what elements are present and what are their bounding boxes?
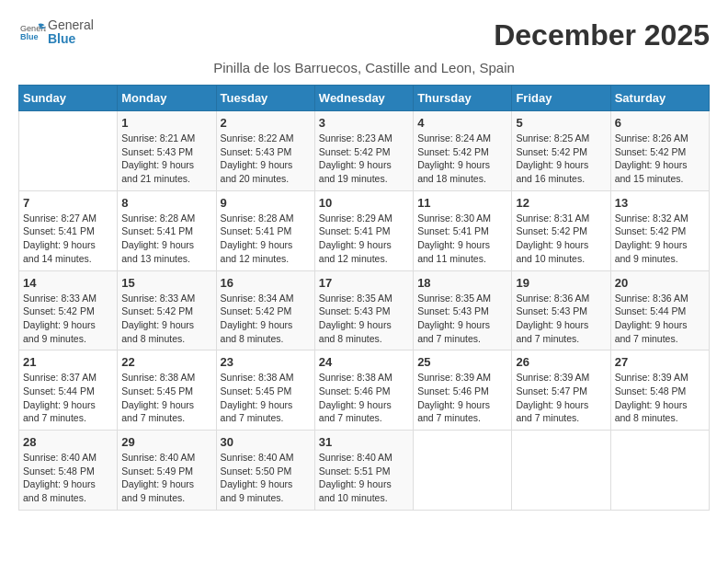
day-number: 10 <box>319 196 409 210</box>
day-number: 22 <box>121 355 211 369</box>
calendar-cell: 6 Sunrise: 8:26 AMSunset: 5:42 PMDayligh… <box>610 111 709 191</box>
day-number: 31 <box>319 435 409 449</box>
day-info: Sunrise: 8:35 AMSunset: 5:43 PMDaylight:… <box>417 292 507 346</box>
col-wednesday: Wednesday <box>314 86 413 111</box>
page-title: December 2025 <box>494 18 710 52</box>
day-info: Sunrise: 8:28 AMSunset: 5:41 PMDaylight:… <box>121 212 211 266</box>
day-info: Sunrise: 8:38 AMSunset: 5:45 PMDaylight:… <box>221 371 311 425</box>
calendar-cell: 16 Sunrise: 8:34 AMSunset: 5:42 PMDaylig… <box>216 270 314 350</box>
calendar-cell: 31 Sunrise: 8:40 AMSunset: 5:51 PMDaylig… <box>314 431 413 511</box>
day-info: Sunrise: 8:40 AMSunset: 5:49 PMDaylight:… <box>121 451 211 505</box>
calendar-cell: 18 Sunrise: 8:35 AMSunset: 5:43 PMDaylig… <box>414 270 512 350</box>
day-info: Sunrise: 8:37 AMSunset: 5:44 PMDaylight:… <box>23 371 113 425</box>
logo: General Blue General Blue <box>18 18 94 47</box>
day-info: Sunrise: 8:28 AMSunset: 5:41 PMDaylight:… <box>221 212 311 266</box>
page-container: General Blue General Blue December 2025 … <box>18 18 710 511</box>
calendar-cell: 5 Sunrise: 8:25 AMSunset: 5:42 PMDayligh… <box>512 111 610 191</box>
day-number: 9 <box>221 196 311 210</box>
day-info: Sunrise: 8:27 AMSunset: 5:41 PMDaylight:… <box>23 212 113 266</box>
day-info: Sunrise: 8:39 AMSunset: 5:46 PMDaylight:… <box>417 371 507 425</box>
day-info: Sunrise: 8:39 AMSunset: 5:48 PMDaylight:… <box>615 371 705 425</box>
day-number: 14 <box>23 276 113 290</box>
calendar-cell: 14 Sunrise: 8:33 AMSunset: 5:42 PMDaylig… <box>19 270 118 350</box>
day-info: Sunrise: 8:24 AMSunset: 5:42 PMDaylight:… <box>417 132 507 186</box>
calendar-cell: 15 Sunrise: 8:33 AMSunset: 5:42 PMDaylig… <box>118 270 216 350</box>
day-info: Sunrise: 8:29 AMSunset: 5:41 PMDaylight:… <box>319 212 409 266</box>
day-number: 16 <box>221 276 311 290</box>
col-friday: Friday <box>512 86 610 111</box>
day-info: Sunrise: 8:26 AMSunset: 5:42 PMDaylight:… <box>615 132 705 186</box>
col-monday: Monday <box>118 86 216 111</box>
calendar-cell: 24 Sunrise: 8:38 AMSunset: 5:46 PMDaylig… <box>314 350 413 431</box>
day-info: Sunrise: 8:40 AMSunset: 5:50 PMDaylight:… <box>221 451 311 505</box>
calendar-cell: 7 Sunrise: 8:27 AMSunset: 5:41 PMDayligh… <box>19 190 118 270</box>
day-number: 3 <box>319 116 409 130</box>
calendar-cell: 11 Sunrise: 8:30 AMSunset: 5:41 PMDaylig… <box>414 190 512 270</box>
calendar-cell: 29 Sunrise: 8:40 AMSunset: 5:49 PMDaylig… <box>118 431 216 511</box>
day-number: 27 <box>615 355 705 369</box>
calendar-cell: 13 Sunrise: 8:32 AMSunset: 5:42 PMDaylig… <box>610 190 709 270</box>
calendar-cell <box>414 431 512 511</box>
calendar-cell: 26 Sunrise: 8:39 AMSunset: 5:47 PMDaylig… <box>512 350 610 431</box>
calendar-cell: 21 Sunrise: 8:37 AMSunset: 5:44 PMDaylig… <box>19 350 118 431</box>
calendar-cell: 23 Sunrise: 8:38 AMSunset: 5:45 PMDaylig… <box>216 350 314 431</box>
calendar-cell: 9 Sunrise: 8:28 AMSunset: 5:41 PMDayligh… <box>216 190 314 270</box>
day-number: 7 <box>23 196 113 210</box>
calendar-cell <box>512 431 610 511</box>
day-number: 4 <box>417 116 507 130</box>
calendar-cell: 17 Sunrise: 8:35 AMSunset: 5:43 PMDaylig… <box>314 270 413 350</box>
calendar-cell: 19 Sunrise: 8:36 AMSunset: 5:43 PMDaylig… <box>512 270 610 350</box>
day-number: 23 <box>221 355 311 369</box>
header: General Blue General Blue December 2025 <box>18 18 710 52</box>
day-info: Sunrise: 8:33 AMSunset: 5:42 PMDaylight:… <box>23 292 113 346</box>
calendar-cell: 4 Sunrise: 8:24 AMSunset: 5:42 PMDayligh… <box>414 111 512 191</box>
calendar-cell: 10 Sunrise: 8:29 AMSunset: 5:41 PMDaylig… <box>314 190 413 270</box>
calendar-cell: 20 Sunrise: 8:36 AMSunset: 5:44 PMDaylig… <box>610 270 709 350</box>
day-info: Sunrise: 8:35 AMSunset: 5:43 PMDaylight:… <box>319 292 409 346</box>
calendar-cell: 12 Sunrise: 8:31 AMSunset: 5:42 PMDaylig… <box>512 190 610 270</box>
day-info: Sunrise: 8:23 AMSunset: 5:42 PMDaylight:… <box>319 132 409 186</box>
day-info: Sunrise: 8:31 AMSunset: 5:42 PMDaylight:… <box>516 212 606 266</box>
day-info: Sunrise: 8:40 AMSunset: 5:48 PMDaylight:… <box>23 451 113 505</box>
col-sunday: Sunday <box>19 86 118 111</box>
calendar-cell: 30 Sunrise: 8:40 AMSunset: 5:50 PMDaylig… <box>216 431 314 511</box>
day-number: 6 <box>615 116 705 130</box>
calendar-table: Sunday Monday Tuesday Wednesday Thursday… <box>18 85 710 511</box>
day-number: 29 <box>121 435 211 449</box>
calendar-cell: 27 Sunrise: 8:39 AMSunset: 5:48 PMDaylig… <box>610 350 709 431</box>
day-info: Sunrise: 8:32 AMSunset: 5:42 PMDaylight:… <box>615 212 705 266</box>
calendar-cell: 2 Sunrise: 8:22 AMSunset: 5:43 PMDayligh… <box>216 111 314 191</box>
day-number: 11 <box>417 196 507 210</box>
day-number: 2 <box>221 116 311 130</box>
calendar-cell: 22 Sunrise: 8:38 AMSunset: 5:45 PMDaylig… <box>118 350 216 431</box>
day-info: Sunrise: 8:30 AMSunset: 5:41 PMDaylight:… <box>417 212 507 266</box>
day-number: 15 <box>121 276 211 290</box>
day-number: 8 <box>121 196 211 210</box>
day-number: 24 <box>319 355 409 369</box>
day-number: 18 <box>417 276 507 290</box>
day-info: Sunrise: 8:40 AMSunset: 5:51 PMDaylight:… <box>319 451 409 505</box>
day-number: 26 <box>516 355 606 369</box>
calendar-cell: 25 Sunrise: 8:39 AMSunset: 5:46 PMDaylig… <box>414 350 512 431</box>
day-number: 1 <box>121 116 211 130</box>
calendar-cell <box>610 431 709 511</box>
calendar-cell <box>19 111 118 191</box>
col-tuesday: Tuesday <box>216 86 314 111</box>
calendar-cell: 28 Sunrise: 8:40 AMSunset: 5:48 PMDaylig… <box>19 431 118 511</box>
day-info: Sunrise: 8:33 AMSunset: 5:42 PMDaylight:… <box>121 292 211 346</box>
logo-blue: Blue <box>48 32 94 46</box>
day-info: Sunrise: 8:21 AMSunset: 5:43 PMDaylight:… <box>121 132 211 186</box>
day-info: Sunrise: 8:38 AMSunset: 5:45 PMDaylight:… <box>121 371 211 425</box>
day-number: 20 <box>615 276 705 290</box>
calendar-cell: 1 Sunrise: 8:21 AMSunset: 5:43 PMDayligh… <box>118 111 216 191</box>
day-info: Sunrise: 8:39 AMSunset: 5:47 PMDaylight:… <box>516 371 606 425</box>
day-number: 25 <box>417 355 507 369</box>
day-number: 21 <box>23 355 113 369</box>
calendar-cell: 3 Sunrise: 8:23 AMSunset: 5:42 PMDayligh… <box>314 111 413 191</box>
day-number: 28 <box>23 435 113 449</box>
day-number: 5 <box>516 116 606 130</box>
day-number: 12 <box>516 196 606 210</box>
calendar-cell: 8 Sunrise: 8:28 AMSunset: 5:41 PMDayligh… <box>118 190 216 270</box>
day-info: Sunrise: 8:34 AMSunset: 5:42 PMDaylight:… <box>221 292 311 346</box>
day-info: Sunrise: 8:38 AMSunset: 5:46 PMDaylight:… <box>319 371 409 425</box>
